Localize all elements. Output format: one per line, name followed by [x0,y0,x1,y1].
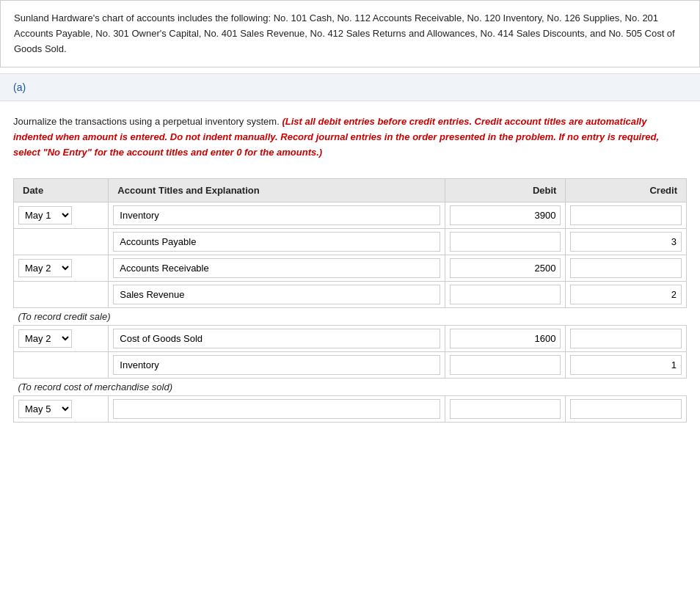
credit-input[interactable] [570,258,682,278]
debit-cell[interactable] [445,228,566,255]
date-cell [14,351,109,378]
date-select[interactable]: May 1May 2May 5May 8May 10 [18,206,103,224]
account-cell[interactable] [109,255,445,281]
debit-cell[interactable] [445,202,566,228]
note-text: (To record credit sale) [14,307,687,325]
date-cell[interactable]: May 1May 2May 5May 8May 10 [14,255,109,281]
account-cell[interactable] [109,202,445,228]
credit-cell[interactable] [566,325,687,351]
instructions-black: Journalize the transactions using a perp… [13,116,280,127]
credit-input[interactable] [570,399,682,419]
problem-text: Sunland Hardware's chart of accounts inc… [14,12,675,54]
credit-input[interactable] [570,329,682,348]
debit-cell[interactable] [445,351,566,378]
debit-cell[interactable] [445,281,566,307]
credit-input[interactable] [570,232,682,252]
credit-cell[interactable] [566,228,687,255]
credit-cell[interactable] [566,395,687,422]
debit-input[interactable] [450,258,561,278]
debit-input[interactable] [450,285,561,304]
date-select[interactable]: May 1May 2May 5May 8May 10 [18,400,103,418]
credit-cell[interactable] [566,351,687,378]
header-account: Account Titles and Explanation [109,178,445,202]
debit-cell[interactable] [445,325,566,351]
date-dropdown[interactable]: May 1May 2May 5May 8May 10 [18,206,72,224]
debit-input[interactable] [450,329,561,348]
date-dropdown[interactable]: May 1May 2May 5May 8May 10 [18,400,72,418]
journal-table-wrapper: Date Account Titles and Explanation Debi… [0,171,700,423]
date-select[interactable]: May 1May 2May 5May 8May 10 [18,259,103,277]
note-text: (To record cost of merchandise sold) [14,378,687,395]
table-row: May 1May 2May 5May 8May 10 [14,325,687,351]
instructions-container: Journalize the transactions using a perp… [0,107,700,170]
date-cell [14,281,109,307]
table-row: May 1May 2May 5May 8May 10 [14,395,687,422]
table-row [14,351,687,378]
date-dropdown[interactable]: May 1May 2May 5May 8May 10 [18,329,72,348]
date-cell[interactable]: May 1May 2May 5May 8May 10 [14,395,109,422]
account-cell[interactable] [109,325,445,351]
account-cell[interactable] [109,228,445,255]
date-cell [14,228,109,255]
debit-input[interactable] [450,355,561,375]
debit-cell[interactable] [445,255,566,281]
section-a-label: (a) [13,81,26,93]
table-row: May 1May 2May 5May 8May 10 [14,255,687,281]
date-dropdown[interactable]: May 1May 2May 5May 8May 10 [18,259,72,277]
date-cell[interactable]: May 1May 2May 5May 8May 10 [14,325,109,351]
credit-input[interactable] [570,205,682,225]
section-a-container: (a) [0,73,700,101]
debit-input[interactable] [450,232,561,252]
account-input[interactable] [113,232,440,252]
account-cell[interactable] [109,395,445,422]
credit-input[interactable] [570,285,682,304]
credit-cell[interactable] [566,202,687,228]
header-debit: Debit [445,178,566,202]
account-input[interactable] [113,355,440,375]
table-row [14,281,687,307]
account-input[interactable] [113,258,440,278]
credit-cell[interactable] [566,281,687,307]
account-input[interactable] [113,285,440,304]
date-cell[interactable]: May 1May 2May 5May 8May 10 [14,202,109,228]
note-row: (To record cost of merchandise sold) [14,378,687,395]
problem-description: Sunland Hardware's chart of accounts inc… [0,0,700,67]
journal-table: Date Account Titles and Explanation Debi… [13,178,687,423]
date-select[interactable]: May 1May 2May 5May 8May 10 [18,329,103,348]
debit-input[interactable] [450,205,561,225]
note-row: (To record credit sale) [14,307,687,325]
table-row [14,228,687,255]
debit-input[interactable] [450,399,561,419]
credit-input[interactable] [570,355,682,375]
account-input[interactable] [113,205,440,225]
header-date: Date [14,178,109,202]
account-input[interactable] [113,329,440,348]
account-input[interactable] [113,399,440,419]
credit-cell[interactable] [566,255,687,281]
account-cell[interactable] [109,351,445,378]
account-cell[interactable] [109,281,445,307]
table-row: May 1May 2May 5May 8May 10 [14,202,687,228]
header-credit: Credit [566,178,687,202]
debit-cell[interactable] [445,395,566,422]
